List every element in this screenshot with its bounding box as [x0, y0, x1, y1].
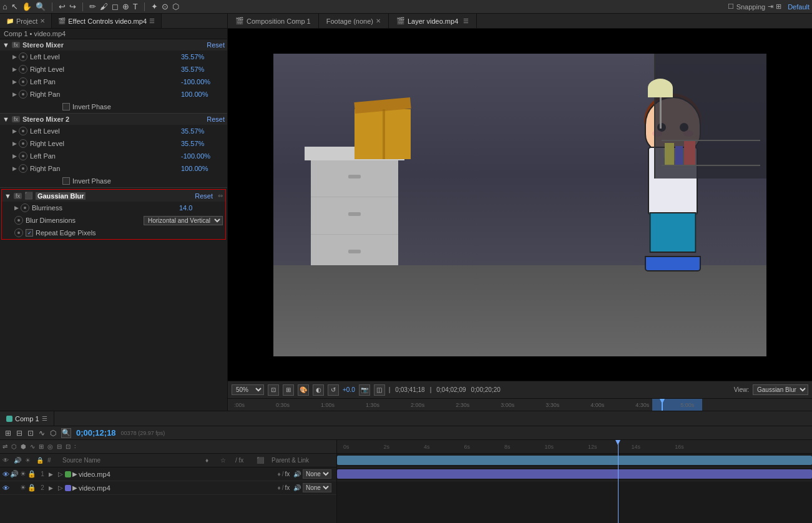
layer-2-parent-select[interactable]: None [303, 483, 331, 492]
layer-1-parent-select[interactable]: None [303, 469, 331, 479]
left-pan-expand-1[interactable]: ▶ [12, 79, 17, 85]
stereo-mixer-2-header[interactable]: ▼ fx Stereo Mixer 2 Reset [0, 114, 227, 125]
undo-icon[interactable]: ↩ [59, 2, 66, 11]
stereo-mixer-2-reset[interactable]: Reset [207, 115, 225, 123]
bottom-tab-comp[interactable]: Comp 1 ☰ [0, 411, 54, 426]
layer-1-vis[interactable]: 👁 [1, 470, 10, 479]
layer-1-fx[interactable]: fx [285, 471, 290, 477]
track-playhead[interactable] [618, 440, 619, 523]
layer-2-collapse[interactable]: ▷ [56, 484, 65, 491]
clone-icon[interactable]: ⊕ [122, 2, 129, 11]
left-level-expand-1[interactable]: ▶ [12, 54, 17, 60]
motion-sketch-icon[interactable]: ∿ [39, 429, 45, 437]
blur-dims-select[interactable]: Horizontal and Vertical Horizontal Verti… [144, 216, 223, 225]
stereo-mixer-2-expand[interactable]: ▼ [2, 115, 9, 123]
tab-composition[interactable]: 🎬 Composition Comp 1 [228, 14, 319, 28]
layers-toolbar-icon-5[interactable]: ⊞ [39, 443, 44, 450]
layer-1-collapse[interactable]: ▷ [56, 471, 65, 477]
right-level-value-2[interactable]: 35.57% [181, 140, 225, 147]
gaussian-blur-header[interactable]: ▼ fx ⬛ Gaussian Blur Reset ⇔ [2, 190, 225, 202]
stereo-mixer-1-reset[interactable]: Reset [207, 41, 225, 49]
layers-toolbar-icon-6[interactable]: ◎ [47, 443, 53, 450]
eraser-icon[interactable]: ◻ [112, 2, 119, 11]
invert-phase-checkbox-2[interactable] [62, 177, 70, 185]
right-level-value-1[interactable]: 35.57% [181, 66, 225, 73]
layer-1-lock[interactable]: 🔒 [27, 470, 36, 478]
tab-layer[interactable]: 🎬 Layer video.mp4 ☰ [389, 14, 477, 28]
blurriness-expand[interactable]: ▶ [14, 205, 19, 211]
left-pan-expand-2[interactable]: ▶ [12, 153, 17, 159]
default-button[interactable]: Default [788, 3, 810, 11]
layer-1-solo[interactable]: ☀ [19, 470, 27, 478]
right-pan-expand-1[interactable]: ▶ [12, 91, 17, 97]
tab-footage[interactable]: Footage (none) ✕ [319, 14, 389, 28]
invert-phase-checkbox-1[interactable] [62, 103, 70, 110]
channels-icon[interactable]: 🎨 [298, 384, 309, 396]
brush-icon[interactable]: 🖌 [100, 2, 108, 11]
grid-toggle-icon[interactable]: ⊞ [283, 384, 294, 396]
align-icon[interactable]: ⊟ [16, 429, 22, 437]
left-level-value-1[interactable]: 35.57% [181, 53, 225, 61]
home-icon[interactable]: ⌂ [2, 2, 7, 11]
zoom-select[interactable]: 50% 100% 25% [232, 384, 264, 395]
fit-icon[interactable]: ⊡ [268, 384, 279, 396]
repeat-edge-checkbox[interactable]: ✓ [26, 229, 33, 237]
layer-1-switch-2[interactable]: / [282, 471, 284, 477]
show-snapshot-icon[interactable]: ◫ [374, 384, 385, 396]
gaussian-expand[interactable]: ▼ [4, 192, 11, 200]
layers-toolbar-icon-4[interactable]: ∿ [30, 443, 35, 450]
gaussian-reset[interactable]: Reset [195, 192, 213, 200]
tab-menu-ec[interactable]: ☰ [149, 17, 155, 24]
comp-tab-menu[interactable]: ☰ [42, 415, 47, 422]
stereo-mixer-1-header[interactable]: ▼ fx Stereo Mixer Reset [0, 39, 227, 51]
layer-2-solo[interactable]: ☀ [19, 484, 27, 492]
move-icon[interactable]: ✦ [151, 2, 158, 11]
anchor-icon[interactable]: ⊙ [162, 2, 169, 11]
blurriness-value[interactable]: 14.0 [179, 204, 223, 212]
tab-project[interactable]: 📁 Project ✕ [0, 14, 52, 28]
left-pan-value-1[interactable]: -100.00% [181, 78, 225, 86]
grid-icon[interactable]: ⊞ [776, 2, 781, 11]
right-pan-expand-2[interactable]: ▶ [12, 165, 17, 172]
pen-icon[interactable]: ✏ [89, 2, 96, 11]
mask-icon[interactable]: ⬡ [172, 2, 179, 11]
layer-2-fx[interactable]: fx [285, 484, 290, 491]
right-level-expand-2[interactable]: ▶ [12, 140, 17, 147]
layers-toolbar-icon-1[interactable]: ⇌ [2, 443, 7, 450]
snapshot-icon[interactable]: 📷 [359, 384, 370, 396]
right-level-expand-1[interactable]: ▶ [12, 66, 17, 72]
view-select[interactable]: Gaussian Blur Final Output [753, 384, 808, 395]
tab-close-project[interactable]: ✕ [40, 17, 45, 24]
tab-footage-close[interactable]: ✕ [376, 17, 381, 24]
layer-2-lock[interactable]: 🔒 [27, 484, 36, 492]
top-timeline-scrubber[interactable]: :00s 0:30s 1:00s 1:30s 2:00s 2:30s 3:00s… [228, 398, 812, 411]
more-tools-icon[interactable]: ⬡ [50, 429, 56, 437]
gaussian-resize-icon[interactable]: ⇔ [218, 192, 223, 199]
left-pan-value-2[interactable]: -100.00% [181, 152, 225, 160]
layer-1-switch-1[interactable]: ♦ [278, 471, 281, 477]
layers-toolbar-icon-3[interactable]: ⬢ [21, 443, 26, 450]
right-pan-value-1[interactable]: 100.00% [181, 90, 225, 98]
hand-icon[interactable]: ✋ [22, 2, 32, 11]
layer-2-switch-2[interactable]: / [282, 484, 284, 491]
text-icon[interactable]: T [133, 2, 138, 11]
layer-1-audio[interactable]: 🔊 [10, 470, 19, 478]
zoom-tool-icon[interactable]: 🔍 [36, 2, 46, 11]
render-queue-icon[interactable]: ⊡ [27, 429, 34, 437]
render-icon[interactable]: ↺ [328, 384, 339, 396]
left-level-expand-2[interactable]: ▶ [12, 128, 17, 134]
layer-2-expand[interactable]: ▶ [49, 485, 56, 491]
tab-effect-controls[interactable]: 🎬 Effect Controls video.mp4 ☰ [52, 14, 162, 28]
snapping-checkbox[interactable]: ☐ [728, 2, 734, 11]
layer-2-switch-1[interactable]: ♦ [278, 484, 281, 491]
select-icon[interactable]: ↖ [11, 2, 18, 11]
layers-toolbar-icon-7[interactable]: ⊟ [57, 443, 62, 450]
tab-layer-menu[interactable]: ☰ [463, 17, 469, 24]
left-level-value-2[interactable]: 35.57% [181, 127, 225, 135]
color-correction-icon[interactable]: ◐ [313, 384, 324, 396]
layer-2-vis[interactable]: 👁 [1, 484, 10, 492]
timeline-tracks[interactable]: 0s 2s 4s 6s 8s 10s 12s 14s 16s [337, 440, 812, 523]
layer-1-expand[interactable]: ▶ [49, 471, 56, 477]
layers-toolbar-icon-9[interactable]: ∶ [74, 443, 76, 450]
right-pan-value-2[interactable]: 100.00% [181, 165, 225, 172]
